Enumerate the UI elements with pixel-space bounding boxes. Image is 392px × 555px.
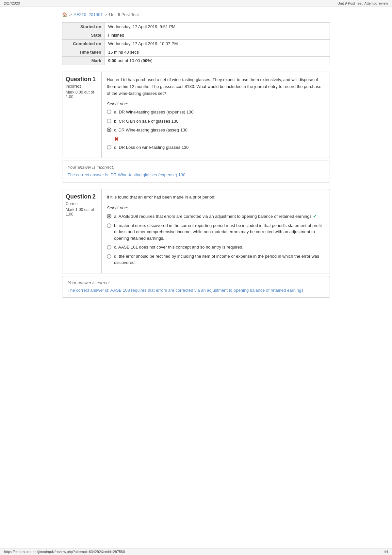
question-2-number: Question 2: [66, 193, 98, 200]
correct-checkmark: ✔: [313, 214, 317, 219]
mark-value: 9.00 out of 10.00 (90%): [105, 57, 330, 65]
question-2-block: Question 2 Correct Mark 1.00 out of 1.00…: [62, 189, 330, 273]
option-1-d-text: d. DR Loss on wine-tasting glasses 130: [114, 144, 188, 151]
radio-2-d[interactable]: [107, 254, 111, 259]
option-1-b-text: b. CR Gain on sale of glasses 130: [114, 118, 178, 125]
radio-2-b[interactable]: [107, 223, 111, 228]
question-2-text: If it is found that an error had been ma…: [107, 194, 324, 201]
mark-label: Mark: [62, 57, 105, 65]
radio-1-a[interactable]: [107, 110, 111, 114]
wrong-mark-icon: ✖: [114, 136, 324, 142]
question-word-2: Question: [66, 193, 91, 200]
completed-on-label: Completed on: [62, 40, 105, 48]
question-2-option-a[interactable]: a. AASB 108 requires that errors are cor…: [107, 213, 324, 220]
breadcrumb: 🏠 > AF210_201901 > Unit 9 Post Test: [62, 12, 330, 17]
question-1-body: Hunter Ltd has purchased a set of wine-t…: [102, 72, 330, 158]
question-2-option-d[interactable]: d. the error should be rectified by incl…: [107, 253, 324, 266]
started-on-value: Wednesday, 17 April 2019, 9:51 PM: [105, 23, 330, 31]
breadcrumb-course[interactable]: AF210_201901: [74, 12, 103, 17]
completed-on-value: Wednesday, 17 April 2019, 10:07 PM: [105, 40, 330, 48]
question-1-text: Hunter Ltd has purchased a set of wine-t…: [107, 77, 324, 97]
browser-title: Unit 9 Post Test: Attempt review: [337, 1, 388, 5]
state-value: Finished: [105, 31, 330, 40]
breadcrumb-quiz: Unit 9 Post Test: [109, 12, 139, 17]
question-num-1: 1: [92, 76, 96, 82]
summary-table: Started on Wednesday, 17 April 2019, 9:5…: [62, 22, 330, 65]
question-word-1: Question: [66, 76, 91, 82]
time-taken-label: Time taken: [62, 48, 105, 57]
question-1-status: Incorrect: [66, 84, 98, 89]
feedback-2-box: Your answer is correct. The correct answ…: [62, 276, 330, 298]
question-1-option-c[interactable]: c. DR Wine-tasting glasses (asset) 130: [107, 127, 324, 133]
option-2-b-text: b. material errors discovered in the cur…: [114, 222, 324, 242]
option-2-d-text: d. the error should be rectified by incl…: [114, 253, 324, 266]
question-1-option-b[interactable]: b. CR Gain on sale of glasses 130: [107, 118, 324, 125]
state-label: State: [62, 31, 105, 40]
question-1-block: Question 1 Incorrect Mark 0.00 out of 1.…: [62, 72, 330, 158]
question-num-2: 2: [92, 193, 96, 200]
question-1-options: a. DR Wine-tasting glasses (expense) 130…: [107, 109, 324, 133]
time-taken-value: 16 mins 40 secs: [105, 48, 330, 57]
feedback-2-title: Your answer is correct.: [68, 280, 324, 285]
option-2-c-text: c. AASB 101 does not cover this concept …: [114, 244, 243, 251]
question-1-option-d[interactable]: d. DR Loss on wine-tasting glasses 130: [107, 144, 324, 151]
option-2-a-text: a. AASB 108 requires that errors are cor…: [114, 213, 317, 220]
question-1-mark: Mark 0.00 out of 1.00: [66, 90, 98, 99]
question-2-status: Correct: [66, 201, 98, 206]
question-2-mark: Mark 1.00 out of 1.00: [66, 207, 98, 217]
feedback-1-box: Your answer is incorrect. The correct an…: [62, 161, 330, 182]
radio-1-d[interactable]: [107, 145, 111, 149]
feedback-1-answer: The correct answer is: DR Wine-tasting g…: [68, 172, 324, 178]
question-1-select-one: Select one:: [107, 101, 324, 106]
breadcrumb-sep1: >: [69, 12, 72, 17]
option-1-a-text: a. DR Wine-tasting glasses (expense) 130: [114, 109, 194, 115]
question-2-sidebar: Question 2 Correct Mark 1.00 out of 1.00: [62, 189, 102, 273]
started-on-label: Started on: [62, 23, 105, 31]
home-icon[interactable]: 🏠: [62, 12, 67, 17]
question-2-option-b[interactable]: b. material errors discovered in the cur…: [107, 222, 324, 242]
question-1-option-d-list: d. DR Loss on wine-tasting glasses 130: [107, 144, 324, 151]
radio-1-b[interactable]: [107, 119, 111, 123]
radio-2-c[interactable]: [107, 245, 111, 250]
browser-date: 2/27/2020: [4, 1, 20, 5]
radio-1-c[interactable]: [107, 128, 111, 132]
question-2-body: If it is found that an error had been ma…: [102, 189, 330, 273]
feedback-2-answer: The correct answer is: AASB 108 requires…: [68, 287, 324, 294]
feedback-1-title: Your answer is incorrect.: [68, 165, 324, 170]
question-1-number: Question 1: [66, 76, 98, 83]
question-2-select-one: Select one:: [107, 205, 324, 210]
question-1-option-a[interactable]: a. DR Wine-tasting glasses (expense) 130: [107, 109, 324, 115]
breadcrumb-sep2: >: [105, 12, 107, 17]
question-2-option-c[interactable]: c. AASB 101 does not cover this concept …: [107, 244, 324, 251]
question-1-sidebar: Question 1 Incorrect Mark 0.00 out of 1.…: [62, 72, 102, 158]
option-1-c-text: c. DR Wine-tasting glasses (asset) 130: [114, 127, 188, 133]
radio-2-a[interactable]: [107, 214, 111, 218]
question-2-options: a. AASB 108 requires that errors are cor…: [107, 213, 324, 266]
